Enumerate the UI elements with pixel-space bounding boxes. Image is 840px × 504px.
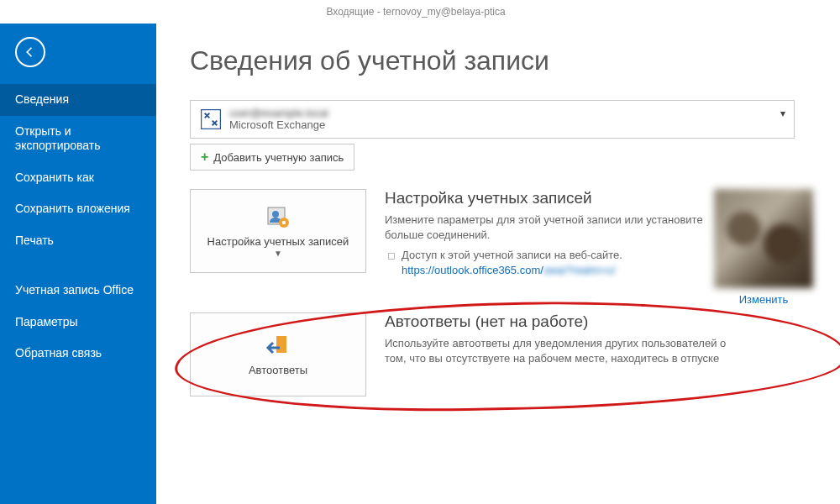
change-photo-link[interactable]: Изменить bbox=[739, 293, 789, 306]
backstage-sidebar: Сведения Открыть и экспортировать Сохран… bbox=[0, 24, 156, 504]
auto-reply-title: Автоответы (нет на работе) bbox=[385, 312, 727, 331]
auto-reply-tile-label: Автоответы bbox=[249, 365, 307, 377]
auto-reply-tile[interactable]: Автоответы bbox=[190, 312, 366, 396]
sidebar-item-open-export[interactable]: Открыть и экспортировать bbox=[0, 116, 156, 162]
sidebar-item-info[interactable]: Сведения bbox=[0, 84, 156, 116]
page-title: Сведения об учетной записи bbox=[190, 45, 823, 76]
account-web-link-obscured: owa/?realm=u/ bbox=[543, 264, 616, 276]
sidebar-item-print[interactable]: Печать bbox=[0, 225, 156, 257]
account-web-access-text: Доступ к этой учетной записи на веб-сайт… bbox=[402, 249, 622, 261]
account-selector[interactable]: user@example.local Microsoft Exchange ▾ bbox=[190, 100, 795, 139]
profile-photo-box: Изменить bbox=[709, 189, 818, 306]
exchange-icon bbox=[199, 108, 223, 131]
sidebar-item-save-attachments[interactable]: Сохранить вложения bbox=[0, 193, 156, 225]
window-title: Входящие - ternovoy_my@belaya-ptica bbox=[0, 0, 840, 24]
account-web-link[interactable]: https://outlook.office365.com/owa/?realm… bbox=[402, 264, 616, 276]
sidebar-item-feedback[interactable]: Обратная связь bbox=[0, 338, 156, 370]
sidebar-item-save-as[interactable]: Сохранить как bbox=[0, 162, 156, 194]
auto-reply-section: Автоответы Автоответы (нет на работе) Ис… bbox=[190, 312, 823, 396]
auto-reply-desc: Используйте автоответы для уведомления д… bbox=[385, 336, 727, 365]
profile-photo bbox=[714, 189, 813, 288]
plus-icon: + bbox=[201, 150, 208, 165]
chevron-down-icon: ▼ bbox=[274, 249, 282, 258]
svg-point-4 bbox=[282, 220, 286, 223]
account-type: Microsoft Exchange bbox=[229, 119, 328, 131]
main-content: Сведения об учетной записи user@example.… bbox=[156, 24, 840, 504]
user-gear-icon bbox=[265, 204, 291, 231]
account-settings-tile-label: Настройка учетных записей bbox=[207, 236, 349, 249]
account-email: user@example.local bbox=[229, 108, 328, 119]
add-account-label: Добавить учетную запись bbox=[213, 151, 344, 164]
dropdown-caret-icon: ▾ bbox=[780, 108, 785, 119]
sidebar-item-office-account[interactable]: Учетная запись Office bbox=[0, 275, 156, 307]
arrow-left-icon bbox=[23, 45, 38, 60]
svg-rect-0 bbox=[202, 110, 221, 129]
add-account-button[interactable]: + Добавить учетную запись bbox=[190, 144, 354, 171]
svg-point-2 bbox=[272, 211, 279, 218]
bullet-icon bbox=[388, 253, 395, 260]
auto-reply-icon bbox=[265, 333, 291, 360]
account-web-link-visible: https://outlook.office365.com/ bbox=[402, 264, 543, 276]
sidebar-item-options[interactable]: Параметры bbox=[0, 307, 156, 339]
account-settings-desc: Измените параметры для этой учетной запи… bbox=[385, 213, 727, 242]
account-settings-section: Настройка учетных записей ▼ Настройка уч… bbox=[190, 189, 823, 279]
svg-rect-5 bbox=[276, 336, 286, 353]
account-settings-title: Настройка учетных записей bbox=[385, 189, 727, 207]
account-settings-tile[interactable]: Настройка учетных записей ▼ bbox=[190, 189, 366, 273]
back-button[interactable] bbox=[15, 37, 45, 67]
